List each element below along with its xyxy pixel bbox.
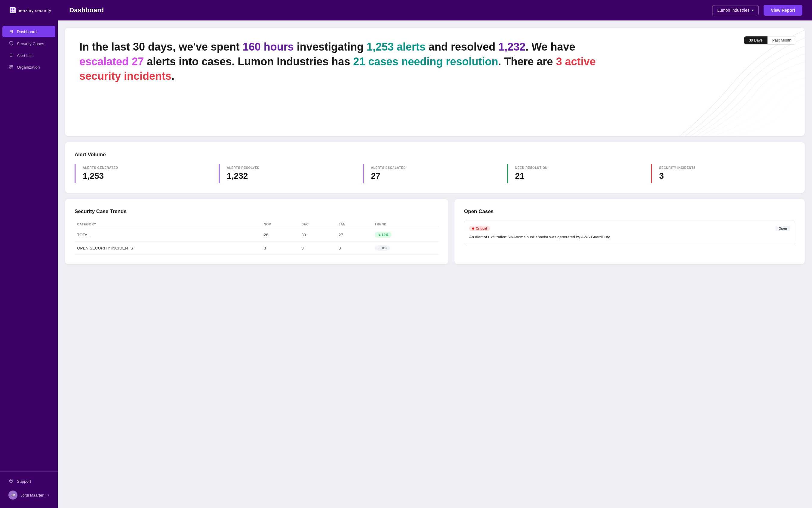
metric-alerts-resolved: Alerts Resolved 1,232 xyxy=(219,164,363,183)
sidebar-item-alert-list[interactable]: Alert List xyxy=(2,50,55,61)
cell-jan: 3 xyxy=(336,242,372,255)
sidebar-item-organization[interactable]: Organization xyxy=(2,62,55,73)
metric-alerts-generated: Alerts Generated 1,253 xyxy=(75,164,219,183)
metric-label: Alerts Resolved xyxy=(227,166,355,169)
hero-summary: In the last 30 days, we've spent 160 hou… xyxy=(80,40,613,84)
table-row: OPEN SECURITY INCIDENTS 3 3 3 → 0% xyxy=(75,242,439,255)
sidebar-item-label: Security Cases xyxy=(17,42,44,46)
user-name: Jordi Maarten xyxy=(20,493,45,498)
col-nov: NOV xyxy=(261,221,299,228)
col-category: Category xyxy=(75,221,261,228)
svg-rect-1 xyxy=(11,8,12,10)
org-icon xyxy=(8,65,14,70)
support-label: Support xyxy=(17,479,31,483)
time-toggle-30days[interactable]: 30 Days xyxy=(744,36,767,44)
user-item[interactable]: JM Jordi Maarten ▾ xyxy=(2,488,55,503)
sidebar-item-security-cases[interactable]: Security Cases xyxy=(2,38,55,49)
sidebar-nav: ⊞ Dashboard Security Cases xyxy=(0,25,58,74)
resolved-value: 1,232 xyxy=(498,41,525,53)
hours-value: 160 hours xyxy=(243,41,294,53)
cell-nov: 3 xyxy=(261,242,299,255)
metric-label: Alerts Escalated xyxy=(371,166,499,169)
sidebar-item-label: Alert List xyxy=(17,53,33,58)
metric-label: Security Incidents xyxy=(659,166,788,169)
cell-trend: ↘ 12% xyxy=(372,228,439,242)
cell-trend: → 0% xyxy=(372,242,439,255)
time-toggle-past-month[interactable]: Past Month xyxy=(767,36,796,44)
metric-value: 27 xyxy=(371,171,499,181)
cell-jan: 27 xyxy=(336,228,372,242)
nav-title: Dashboard xyxy=(69,6,712,14)
critical-label: Critical xyxy=(476,226,487,230)
case-description: An alert of Exfiltration:S3/AnomalousBeh… xyxy=(469,234,790,240)
cell-category: TOTAL xyxy=(75,228,261,242)
metric-value: 1,253 xyxy=(83,171,211,181)
escalated-value: escalated 27 xyxy=(80,55,144,68)
logo-area: beazley security xyxy=(10,7,51,13)
svg-rect-0 xyxy=(10,7,16,13)
metric-alerts-escalated: Alerts Escalated 27 xyxy=(363,164,507,183)
svg-rect-2 xyxy=(13,8,14,10)
alert-volume-card: Alert Volume Alerts Generated 1,253 Aler… xyxy=(65,142,805,193)
bottom-row: Security Case Trends Category NOV DEC JA… xyxy=(65,199,805,264)
col-dec: DEC xyxy=(299,221,336,228)
critical-badge: Critical xyxy=(469,226,490,231)
tenant-name: Lumon Industries xyxy=(717,8,750,13)
shield-icon xyxy=(8,41,14,46)
col-trend: TREND xyxy=(372,221,439,228)
sidebar: ⊞ Dashboard Security Cases xyxy=(0,20,58,508)
metric-need-resolution: Need Resolution 21 xyxy=(507,164,651,183)
metric-value: 21 xyxy=(515,171,644,181)
hero-card: 30 Days Past Month In the last 30 days, … xyxy=(65,28,805,136)
list-icon xyxy=(8,53,14,58)
sidebar-item-label: Organization xyxy=(17,65,40,70)
incidents-value: 3 active security incidents xyxy=(80,55,596,82)
metrics-row: Alerts Generated 1,253 Alerts Resolved 1… xyxy=(75,164,795,183)
open-cases-card: Open Cases Critical Open An alert of Exf… xyxy=(455,199,805,264)
time-toggle: 30 Days Past Month xyxy=(744,36,796,45)
logo-icon xyxy=(10,7,16,13)
logo-text: beazley security xyxy=(17,8,51,13)
chevron-down-icon: ▾ xyxy=(752,8,754,12)
alert-volume-title: Alert Volume xyxy=(75,152,795,158)
case-item: Critical Open An alert of Exfiltration:S… xyxy=(464,221,795,245)
svg-rect-4 xyxy=(13,10,14,12)
open-cases-title: Open Cases xyxy=(464,209,795,215)
svg-rect-8 xyxy=(10,65,11,67)
svg-rect-10 xyxy=(10,67,11,68)
metric-value: 1,232 xyxy=(227,171,355,181)
metric-security-incidents: Security Incidents 3 xyxy=(651,164,795,183)
alerts-value: 1,253 alerts xyxy=(367,41,426,53)
sidebar-item-dashboard[interactable]: ⊞ Dashboard xyxy=(2,26,55,37)
dashboard-icon: ⊞ xyxy=(8,29,14,34)
svg-point-13 xyxy=(11,481,11,482)
svg-rect-11 xyxy=(11,67,13,68)
cell-category: OPEN SECURITY INCIDENTS xyxy=(75,242,261,255)
sidebar-item-label: Dashboard xyxy=(17,30,37,34)
svg-rect-9 xyxy=(11,65,13,67)
case-header: Critical Open xyxy=(469,226,790,231)
tenant-selector[interactable]: Lumon Industries ▾ xyxy=(712,5,759,15)
sidebar-bottom: Support JM Jordi Maarten ▾ xyxy=(0,471,58,503)
metric-label: Need Resolution xyxy=(515,166,644,169)
view-report-button[interactable]: View Report xyxy=(764,5,802,16)
trend-badge-down: ↘ 12% xyxy=(375,232,391,238)
avatar: JM xyxy=(8,491,17,500)
security-case-trends-title: Security Case Trends xyxy=(75,209,439,215)
main-content: 30 Days Past Month In the last 30 days, … xyxy=(58,20,812,508)
sidebar-item-support[interactable]: Support xyxy=(2,476,55,487)
cases-value: 21 cases needing resolution xyxy=(353,55,498,68)
table-row: TOTAL 28 30 27 ↘ 12% xyxy=(75,228,439,242)
cell-nov: 28 xyxy=(261,228,299,242)
svg-rect-3 xyxy=(11,10,12,12)
support-icon xyxy=(8,479,14,484)
status-badge: Open xyxy=(776,226,790,231)
top-nav: beazley security Dashboard Lumon Industr… xyxy=(0,0,812,20)
cell-dec: 30 xyxy=(299,228,336,242)
nav-right: Lumon Industries ▾ View Report xyxy=(712,5,802,16)
trend-badge-neutral: → 0% xyxy=(375,245,390,251)
metric-value: 3 xyxy=(659,171,788,181)
security-case-trends-card: Security Case Trends Category NOV DEC JA… xyxy=(65,199,448,264)
col-jan: JAN xyxy=(336,221,372,228)
security-case-trends-table: Category NOV DEC JAN TREND TOTAL 28 30 2 xyxy=(75,221,439,255)
